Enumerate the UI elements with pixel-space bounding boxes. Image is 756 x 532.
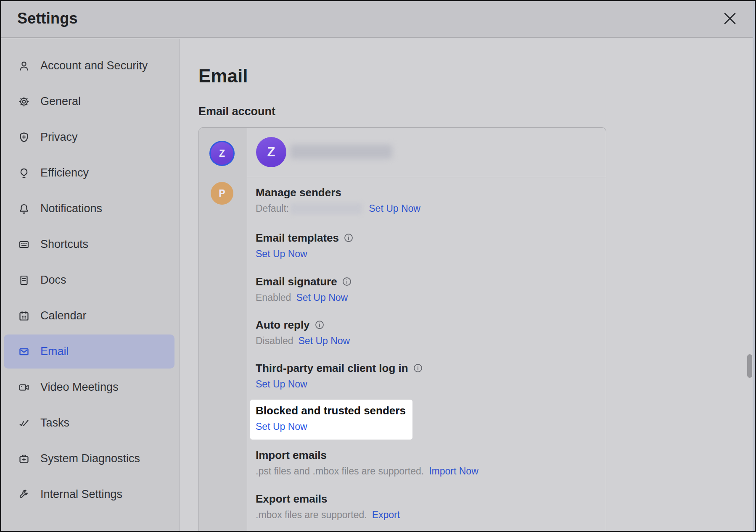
default-sender-redacted xyxy=(291,203,362,214)
row-title: Email signature xyxy=(256,275,337,288)
sidebar-item-label: Account and Security xyxy=(40,59,148,72)
sidebar-item-label: Calendar xyxy=(40,309,87,322)
default-label: Default: xyxy=(256,202,289,215)
sidebar-item-calendar[interactable]: Calendar xyxy=(0,298,179,334)
row-manage-senders: Manage senders Default: Set Up Now xyxy=(256,186,593,215)
envelope-icon xyxy=(18,346,30,358)
sidebar-item-label: Video Meetings xyxy=(40,381,119,394)
sidebar-item-label: System Diagnostics xyxy=(40,452,140,465)
keyboard-icon xyxy=(18,239,30,250)
row-title: Export emails xyxy=(256,492,593,506)
row-blocked-trusted-senders: Blocked and trusted senders Set Up Now xyxy=(256,404,408,433)
video-camera-icon xyxy=(18,382,30,393)
info-icon[interactable] xyxy=(342,277,352,287)
avatar-secondary-account[interactable]: P xyxy=(211,182,233,205)
section-heading: Email account xyxy=(198,105,275,118)
sidebar-item-general[interactable]: General xyxy=(0,84,179,119)
set-up-now-link[interactable]: Set Up Now xyxy=(256,378,307,390)
highlight-spotlight: Blocked and trusted senders Set Up Now xyxy=(250,400,412,440)
sidebar-item-docs[interactable]: Docs xyxy=(0,262,179,298)
import-now-link[interactable]: Import Now xyxy=(429,465,478,477)
sidebar-item-label: Privacy xyxy=(40,131,78,144)
sidebar-item-label: Efficiency xyxy=(40,166,89,179)
sidebar: Account and Security General Privacy xyxy=(0,39,180,532)
settings-window: Settings Account and Security G xyxy=(0,0,756,532)
scrollbar-thumb[interactable] xyxy=(747,354,752,378)
shield-plus-icon xyxy=(18,132,30,143)
sidebar-item-label: Docs xyxy=(40,274,66,287)
row-title: Email templates xyxy=(256,231,339,245)
lightbulb-icon xyxy=(18,167,30,179)
toolbox-plus-icon xyxy=(18,453,30,465)
set-up-now-link[interactable]: Set Up Now xyxy=(256,420,307,433)
bell-icon xyxy=(18,203,30,215)
row-import-emails: Import emails .pst files and .mbox files… xyxy=(256,448,593,477)
sidebar-item-label: Shortcuts xyxy=(40,238,88,251)
info-icon[interactable] xyxy=(315,320,325,330)
card-divider xyxy=(247,177,606,177)
set-up-now-link[interactable]: Set Up Now xyxy=(296,291,348,304)
sidebar-item-internal-settings[interactable]: Internal Settings xyxy=(0,477,179,512)
row-title: Blocked and trusted senders xyxy=(256,404,408,417)
export-link[interactable]: Export xyxy=(372,508,400,521)
scrollbar-track xyxy=(753,0,755,532)
double-check-icon xyxy=(18,417,30,429)
sidebar-item-label: Email xyxy=(40,345,69,358)
sidebar-item-tasks[interactable]: Tasks xyxy=(0,405,179,441)
row-title: Manage senders xyxy=(256,186,593,199)
calendar-icon xyxy=(18,310,30,322)
row-description: .pst files and .mbox files are supported… xyxy=(256,465,424,477)
info-icon[interactable] xyxy=(344,233,354,243)
status-text: Enabled xyxy=(256,291,291,304)
sidebar-item-system-diagnostics[interactable]: System Diagnostics xyxy=(0,441,179,477)
sidebar-item-shortcuts[interactable]: Shortcuts xyxy=(0,226,179,262)
row-email-templates: Email templates Set Up Now xyxy=(256,231,593,260)
row-email-signature: Email signature Enabled Set Up Now xyxy=(256,275,593,304)
row-export-emails: Export emails .mbox files are supported.… xyxy=(256,492,593,521)
sidebar-item-privacy[interactable]: Privacy xyxy=(0,119,179,155)
row-title: Import emails xyxy=(256,448,593,462)
avatar-account-header: Z xyxy=(256,137,286,167)
sidebar-item-account-and-security[interactable]: Account and Security xyxy=(0,48,179,84)
sidebar-item-label: Notifications xyxy=(40,202,102,215)
sidebar-item-label: Internal Settings xyxy=(40,488,122,501)
titlebar: Settings xyxy=(0,0,756,38)
page-title: Email xyxy=(198,66,248,87)
sidebar-item-email[interactable]: Email xyxy=(4,334,174,369)
row-title: Auto reply xyxy=(256,318,310,332)
row-description: .mbox files are supported. xyxy=(256,508,367,521)
close-icon[interactable] xyxy=(722,11,737,26)
window-title: Settings xyxy=(17,10,78,27)
avatar-selected-account[interactable]: Z xyxy=(209,141,235,166)
set-up-now-link[interactable]: Set Up Now xyxy=(256,248,307,260)
sidebar-item-efficiency[interactable]: Efficiency xyxy=(0,155,179,191)
email-account-card: Z P Z Manage senders Default: Set Up Now… xyxy=(198,127,606,532)
user-icon xyxy=(18,60,30,72)
row-title: Third-party email client log in xyxy=(256,361,408,375)
sidebar-item-label: General xyxy=(40,95,81,108)
set-up-now-link[interactable]: Set Up Now xyxy=(369,202,420,215)
sidebar-item-notifications[interactable]: Notifications xyxy=(0,191,179,226)
sidebar-item-video-meetings[interactable]: Video Meetings xyxy=(0,369,179,405)
status-text: Disabled xyxy=(256,334,293,347)
info-icon[interactable] xyxy=(413,363,423,373)
row-third-party-login: Third-party email client log in Set Up N… xyxy=(256,361,593,390)
wrench-icon xyxy=(18,489,30,500)
row-auto-reply: Auto reply Disabled Set Up Now xyxy=(256,318,593,347)
gear-icon xyxy=(18,96,30,108)
document-icon xyxy=(18,274,30,286)
sidebar-item-label: Tasks xyxy=(40,416,69,429)
set-up-now-link[interactable]: Set Up Now xyxy=(299,334,350,347)
account-name-redacted xyxy=(290,145,392,159)
